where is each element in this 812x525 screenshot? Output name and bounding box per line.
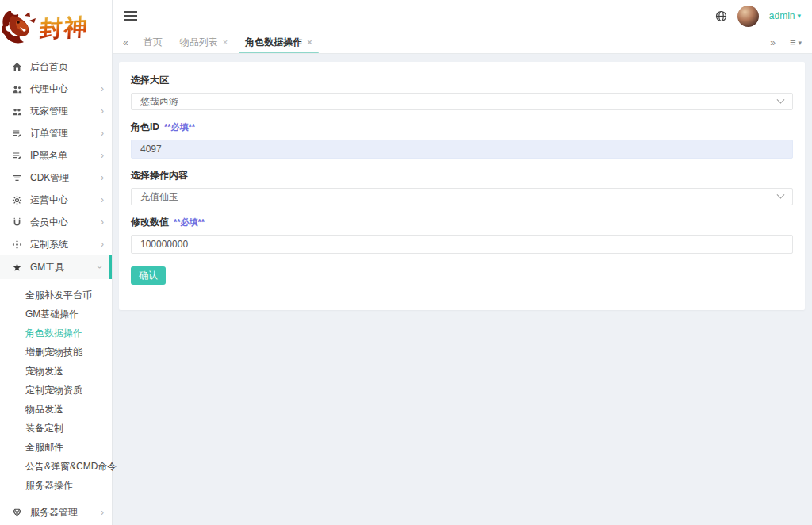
ip-blacklist-icon xyxy=(11,150,23,161)
sidebar-item-ip-blacklist[interactable]: IP黑名单 › xyxy=(0,144,112,167)
amount-input[interactable] xyxy=(131,235,793,254)
region-label-text: 选择大区 xyxy=(131,74,169,87)
members-magnet-icon xyxy=(11,217,23,228)
sidebar-item-players[interactable]: 玩家管理 › xyxy=(0,100,112,122)
menu-lines-icon: ≡ xyxy=(790,36,796,48)
region-select[interactable]: 悠哉西游 xyxy=(131,93,793,110)
home-icon xyxy=(11,61,23,72)
region-select-value: 悠哉西游 xyxy=(140,95,178,109)
chevron-right-icon: › xyxy=(101,151,104,160)
tab-label: 物品列表 xyxy=(180,36,218,49)
submenu-item[interactable]: 增删宠物技能 xyxy=(0,343,112,362)
tabs-scroll-left-icon[interactable]: « xyxy=(123,38,128,48)
amount-label-text: 修改数值 xyxy=(131,216,169,229)
region-label: 选择大区 xyxy=(131,74,793,87)
tab-item-list[interactable]: 物品列表 × xyxy=(171,32,236,53)
players-icon xyxy=(11,105,23,117)
custom-system-icon xyxy=(11,239,23,250)
chevron-down-icon xyxy=(777,95,785,103)
sidebar-item-server-management[interactable]: 服务器管理 › xyxy=(0,501,112,523)
sidebar-item-label: 运营中心 xyxy=(30,194,101,207)
sidebar-item-dashboard[interactable]: 后台首页 xyxy=(0,56,112,78)
submenu-item[interactable]: 装备定制 xyxy=(0,419,112,438)
sidebar-item-members[interactable]: 会员中心 › xyxy=(0,211,112,233)
submenu-item[interactable]: 物品发送 xyxy=(0,400,112,419)
confirm-button[interactable]: 确认 xyxy=(131,266,166,285)
submenu-item[interactable]: 全服邮件 xyxy=(0,438,112,457)
chevron-right-icon: › xyxy=(95,266,105,269)
chevron-right-icon: › xyxy=(101,508,104,517)
caret-down-icon: ▾ xyxy=(797,12,801,20)
agents-icon xyxy=(11,83,23,94)
sidebar-item-label: 后台首页 xyxy=(30,60,104,74)
logo-title: 封神 xyxy=(39,11,90,45)
sidebar-item-custom-system[interactable]: 定制系统 › xyxy=(0,233,112,255)
top-header: admin ▾ xyxy=(113,0,812,32)
open-tabs: 首页 物品列表 × 角色数据操作 × xyxy=(135,32,321,53)
admin-username: admin xyxy=(769,10,795,21)
chevron-right-icon: › xyxy=(101,128,104,138)
user-avatar[interactable] xyxy=(737,6,759,27)
sidebar-item-label: IP黑名单 xyxy=(30,149,101,163)
header-right: admin ▾ xyxy=(715,6,801,27)
main-content: 选择大区 悠哉西游 角色ID **必填** 选择操作内容 充值仙玉 修改数值 *… xyxy=(113,54,812,525)
tab-label: 首页 xyxy=(144,36,163,49)
tab-bar: « 首页 物品列表 × 角色数据操作 × » ≡ ▾ xyxy=(113,32,812,54)
sidebar-item-label: 会员中心 xyxy=(30,216,101,229)
submenu-item[interactable]: 宠物发送 xyxy=(0,362,112,381)
tab-label: 角色数据操作 xyxy=(245,36,302,49)
chevron-down-icon xyxy=(777,190,785,198)
sidebar-item-label: 代理中心 xyxy=(30,82,101,96)
server-gem-icon xyxy=(11,507,23,518)
tab-close-icon[interactable]: × xyxy=(307,38,312,47)
submenu-item[interactable]: GM基础操作 xyxy=(0,305,112,324)
tab-role-data-ops[interactable]: 角色数据操作 × xyxy=(236,32,320,53)
orders-icon xyxy=(11,128,23,139)
required-tag: **必填** xyxy=(174,217,205,228)
required-tag: **必填** xyxy=(164,121,195,133)
sidebar-item-label: GM工具 xyxy=(30,261,98,274)
sidebar-item-orders[interactable]: 订单管理 › xyxy=(0,122,112,144)
submenu-item[interactable]: 定制宠物资质 xyxy=(0,381,112,400)
dragon-logo-icon xyxy=(1,8,42,48)
role-id-input[interactable] xyxy=(131,140,793,159)
role-id-label: 角色ID **必填** xyxy=(131,121,793,134)
chevron-right-icon: › xyxy=(101,240,104,249)
sidebar: 封神 后台首页 代理中心 › 玩家管理 › 订单管理 xyxy=(0,0,113,525)
submenu-item[interactable]: 服务器操作 xyxy=(0,476,112,495)
chevron-right-icon: › xyxy=(101,173,104,182)
amount-label: 修改数值 **必填** xyxy=(131,216,793,229)
tab-home[interactable]: 首页 xyxy=(135,32,171,53)
role-data-form-card: 选择大区 悠哉西游 角色ID **必填** 选择操作内容 充值仙玉 修改数值 *… xyxy=(119,62,805,310)
sidebar-item-operations[interactable]: 运营中心 › xyxy=(0,189,112,211)
operations-gear-icon xyxy=(11,194,23,205)
sidebar-item-agents[interactable]: 代理中心 › xyxy=(0,78,112,100)
sidebar-toggle-hamburger-icon[interactable] xyxy=(124,11,137,21)
submenu-item[interactable]: 公告&弹窗&CMD命令 xyxy=(0,457,112,476)
sidebar-item-label: 定制系统 xyxy=(30,238,101,251)
tabs-scroll-right-icon[interactable]: » xyxy=(770,38,776,48)
caret-down-icon: ▾ xyxy=(798,39,802,47)
operation-select-value: 充值仙玉 xyxy=(140,190,178,204)
chevron-right-icon: › xyxy=(101,106,104,116)
operation-label-text: 选择操作内容 xyxy=(131,169,188,182)
sidebar-item-label: 订单管理 xyxy=(30,127,101,140)
gm-tools-star-icon xyxy=(11,262,23,273)
chevron-right-icon: › xyxy=(101,195,104,205)
sidebar-item-label: CDK管理 xyxy=(30,171,101,185)
submenu-item[interactable]: 全服补发平台币 xyxy=(0,285,112,305)
tabbar-right-controls: » ≡ ▾ xyxy=(770,36,802,48)
sidebar-item-gm-tools[interactable]: GM工具 › xyxy=(0,255,112,279)
sidebar-item-label: 玩家管理 xyxy=(30,105,101,118)
tab-close-icon[interactable]: × xyxy=(223,38,228,47)
operation-select[interactable]: 充值仙玉 xyxy=(131,188,793,205)
submenu-item-active[interactable]: 角色数据操作 xyxy=(0,324,112,343)
sidebar-item-cdk[interactable]: CDK管理 › xyxy=(0,167,112,189)
operation-label: 选择操作内容 xyxy=(131,169,793,182)
sidebar-menu: 后台首页 代理中心 › 玩家管理 › 订单管理 › xyxy=(0,56,112,523)
admin-dropdown[interactable]: admin ▾ xyxy=(769,10,801,21)
tabs-menu-dropdown[interactable]: ≡ ▾ xyxy=(790,36,802,48)
role-id-label-text: 角色ID xyxy=(131,121,159,134)
chevron-right-icon: › xyxy=(101,84,104,94)
globe-language-icon[interactable] xyxy=(715,10,727,22)
